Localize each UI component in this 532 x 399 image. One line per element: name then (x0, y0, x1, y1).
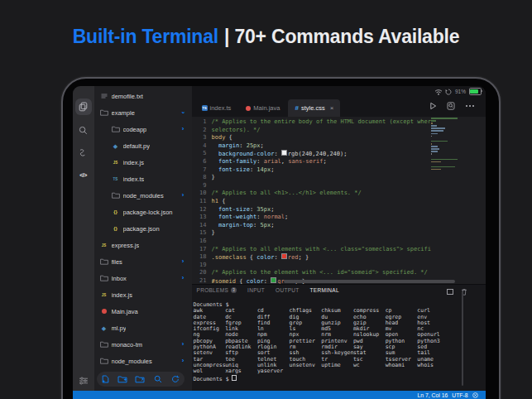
tree-item-index.js[interactable]: JSindex.js (94, 286, 192, 303)
search-icon (79, 126, 88, 135)
tree-item-default.py[interactable]: ◆default.py (94, 137, 192, 154)
line-number: 8 (192, 174, 207, 182)
code-line: 19 (192, 262, 431, 270)
explorer-button[interactable] (75, 99, 92, 115)
run-button[interactable] (429, 102, 437, 110)
code-line: 1/* Applies to the entire body of the HT… (192, 118, 431, 127)
panel-actions (447, 288, 467, 296)
minimap[interactable] (431, 117, 459, 171)
line-number: 14 (192, 222, 207, 230)
new-folder-button[interactable] (117, 373, 128, 385)
dismiss-keyboard-icon[interactable] (472, 392, 478, 398)
tree-item-monaco-tm[interactable]: monaco-tm› (94, 336, 192, 353)
tab-index.ts[interactable]: TSindex.ts (195, 99, 238, 117)
terminal-panel: PROBLEMS3INPUTOUTPUTTERMINAL Documents $… (192, 284, 486, 392)
code-line: 3body { (192, 134, 431, 142)
command-name: xargs (225, 368, 257, 374)
line-number: 1 (192, 118, 207, 127)
open-folder-button[interactable] (134, 373, 146, 385)
refresh-button[interactable] (170, 373, 181, 385)
terminal-row: awkcatcdchflagschksumcompresscpcurl (194, 308, 477, 314)
tree-item-label: index.ts (123, 175, 145, 183)
code-line: 2selectors). */ (192, 127, 431, 135)
panel-tab-output[interactable]: OUTPUT (276, 287, 300, 293)
chevron-right-icon[interactable]: › (182, 192, 185, 199)
tab-label: index.ts (210, 104, 232, 112)
tree-item-package-lock.json[interactable]: {}package-lock.json (94, 204, 192, 220)
code-editor[interactable]: 1/* Applies to the entire body of the HT… (192, 117, 486, 284)
line-number: 15 (192, 229, 207, 238)
battery-percent: 91% (455, 89, 466, 94)
code-line: 8} (192, 174, 431, 182)
line-number: 9 (192, 182, 207, 190)
tree-item-package.json[interactable]: {}package.json (94, 220, 192, 237)
folder-icon (99, 258, 109, 265)
tree-item-index.js[interactable]: JSindex.js (94, 154, 192, 171)
remote-button[interactable] (75, 144, 92, 161)
tab-label: style.css (301, 104, 325, 112)
new-file-button[interactable] (99, 373, 111, 385)
chevron-right-icon[interactable]: › (182, 358, 185, 364)
chevron-right-icon[interactable]: › (182, 258, 185, 265)
code-line: 10/* Applies to all <h1>...</h1> element… (192, 190, 431, 198)
tree-item-label: express.js (112, 242, 140, 249)
tree-item-label: package.json (123, 225, 160, 233)
tree-item-node_modules[interactable]: node_modules› (94, 353, 192, 369)
line-number: 13 (192, 214, 207, 222)
tree-item-index.ts[interactable]: TSindex.ts (94, 171, 192, 187)
encoding-indicator[interactable]: UTF-8 (452, 392, 467, 398)
preview-button[interactable] (447, 102, 455, 110)
terminal-scrollbar[interactable] (462, 291, 463, 386)
terminal-prompt-active[interactable]: Documents $ (194, 375, 477, 381)
tree-item-ml.py[interactable]: ◆ml.py (94, 320, 192, 336)
terminal-output[interactable]: Documents $awkcatcdchflagschksumcompress… (194, 302, 477, 381)
tree-item-files[interactable]: files› (94, 253, 192, 270)
horizontal-scrollbar[interactable] (284, 280, 455, 283)
js-icon: JS (99, 293, 109, 297)
tab-label: Main.java (253, 104, 280, 112)
chevron-right-icon[interactable]: › (182, 275, 185, 281)
code-line: 12 font-size: 35px; (192, 206, 431, 214)
search-files-button[interactable] (152, 373, 164, 385)
wifi-icon (434, 89, 443, 95)
chevron-down-icon[interactable]: › (180, 112, 186, 114)
tree-item-Main.java[interactable]: Main.java (94, 303, 192, 320)
panel-tab-label: OUTPUT (276, 287, 300, 293)
tree-item-Inbox[interactable]: Inbox› (94, 270, 192, 286)
close-tab-icon[interactable]: × (330, 104, 334, 112)
tree-item-example[interactable]: example› (94, 104, 192, 121)
tree-item-label: codeapp (123, 126, 147, 133)
java-icon (99, 309, 109, 314)
line-number: 5 (192, 150, 207, 158)
tree-item-label: index.js (112, 291, 132, 299)
code-button[interactable]: </> (75, 166, 92, 183)
java-file-icon (246, 106, 251, 111)
code-line: 16 (192, 238, 431, 246)
code-icon: </> (79, 172, 87, 178)
editor-area: TSindex.tsMain.java#style.css× 1/* Appli… (192, 86, 486, 399)
tab-style.css[interactable]: #style.css× (288, 99, 340, 117)
line-number: 17 (192, 246, 207, 254)
chevron-right-icon[interactable]: › (182, 341, 185, 348)
panel-tab-input[interactable]: INPUT (247, 287, 265, 293)
tab-Main.java[interactable]: Main.java (239, 99, 286, 117)
battery-icon (469, 88, 482, 95)
status-bar: Ln 7, Col 16 UTF-8 (73, 391, 486, 399)
expand-panel-icon[interactable] (447, 289, 453, 296)
tree-item-express.js[interactable]: JSexpress.js (94, 237, 192, 253)
terminal-row: setenvsftpsortsshssh-keygenstatsumtail (194, 350, 477, 356)
tree-item-codeapp[interactable]: codeapp› (94, 121, 192, 137)
more-button[interactable] (465, 104, 475, 108)
tree-item-node_modules[interactable]: node_modules› (94, 187, 192, 204)
explorer-toolbar (97, 372, 185, 387)
panel-tab-terminal[interactable]: TERMINAL (310, 287, 339, 293)
panel-tab-problems[interactable]: PROBLEMS3 (197, 287, 237, 293)
cursor-position[interactable]: Ln 7, Col 16 (418, 392, 448, 398)
page-title: Built-in Terminal| 70+ Commands Availabl… (0, 26, 532, 48)
chevron-right-icon[interactable]: › (182, 126, 185, 132)
search-button[interactable] (75, 122, 92, 138)
tree-item-label: files (112, 258, 122, 266)
tree-item-demofile.txt[interactable]: demofile.txt (94, 88, 192, 104)
settings-button[interactable] (75, 373, 92, 389)
file-tree: demofile.txtexample›codeapp›◆default.pyJ… (94, 88, 192, 369)
